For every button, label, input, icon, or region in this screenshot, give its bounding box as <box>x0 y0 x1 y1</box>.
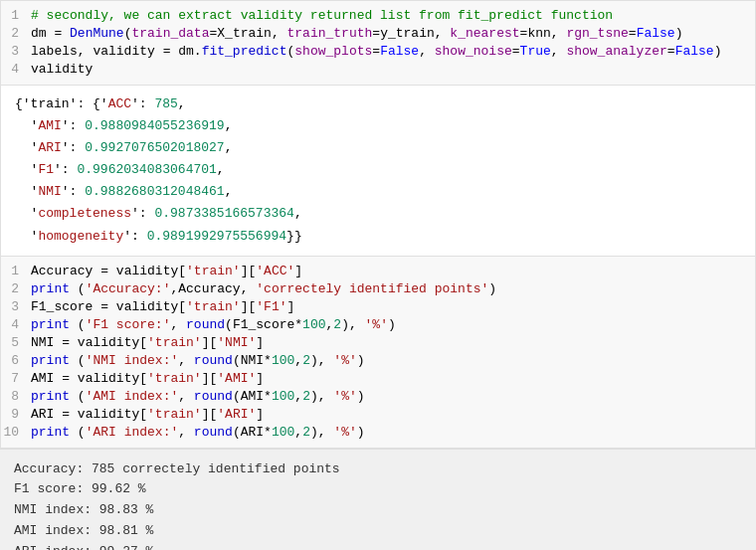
code-line-b2-3: 3 F1_score = validity['train']['F1'] <box>1 298 755 316</box>
line-num-b2-7: 7 <box>1 371 31 386</box>
line-content-b2-5: NMI = validity['train']['NMI'] <box>31 335 755 350</box>
code-line-4: 4 validity <box>1 61 755 79</box>
line-content-b2-6: print ('NMI index:', round(NMI*100,2), '… <box>31 353 755 368</box>
code-line-3: 3 labels, validity = dm.fit_predict(show… <box>1 43 755 61</box>
code-line-b2-1: 1 Accuracy = validity['train']['ACC'] <box>1 263 755 280</box>
line-num-b2-1: 1 <box>1 264 31 278</box>
code-line-b2-4: 4 print ('F1 score:', round(F1_score*100… <box>1 316 755 334</box>
line-num-b2-8: 8 <box>1 389 31 404</box>
code-block-1: 1 # secondly, we can extract validity re… <box>0 0 756 86</box>
line-content-b2-1: Accuracy = validity['train']['ACC'] <box>31 264 755 278</box>
line-content-b2-7: AMI = validity['train']['AMI'] <box>31 371 755 386</box>
line-num-1: 1 <box>1 8 31 23</box>
code-line-b2-5: 5 NMI = validity['train']['NMI'] <box>1 334 755 352</box>
line-content-b2-8: print ('AMI index:', round(AMI*100,2), '… <box>31 389 755 404</box>
json-output: {'train': {'ACC': 785, 'AMI': 0.98809840… <box>0 86 756 257</box>
code-line-2: 2 dm = DenMune(train_data=X_train, train… <box>1 25 755 43</box>
line-content-b2-2: print ('Accuracy:',Accuracy, 'correctely… <box>31 281 755 296</box>
line-num-b2-5: 5 <box>1 335 31 350</box>
code-line-1: 1 # secondly, we can extract validity re… <box>1 7 755 25</box>
line-num-b2-10: 10 <box>1 425 31 440</box>
line-content-b2-3: F1_score = validity['train']['F1'] <box>31 299 755 314</box>
line-content-3: labels, validity = dm.fit_predict(show_p… <box>31 44 755 59</box>
line-num-4: 4 <box>1 62 31 77</box>
line-num-2: 2 <box>1 26 31 41</box>
line-content-b2-9: ARI = validity['train']['ARI'] <box>31 407 755 422</box>
line-num-b2-9: 9 <box>1 407 31 422</box>
code-line-b2-10: 10 print ('ARI index:', round(ARI*100,2)… <box>1 424 755 442</box>
code-line-b2-9: 9 ARI = validity['train']['ARI'] <box>1 406 755 424</box>
code-line-b2-2: 2 print ('Accuracy:',Accuracy, 'correcte… <box>1 280 755 298</box>
line-content-4: validity <box>31 62 755 77</box>
line-num-b2-6: 6 <box>1 353 31 368</box>
code-line-b2-6: 6 print ('NMI index:', round(NMI*100,2),… <box>1 352 755 370</box>
line-content-b2-10: print ('ARI index:', round(ARI*100,2), '… <box>31 425 755 440</box>
code-block-2: 1 Accuracy = validity['train']['ACC'] 2 … <box>0 257 756 449</box>
line-content-b2-4: print ('F1 score:', round(F1_score*100,2… <box>31 317 755 332</box>
output-block: Accuracy: 785 correctely identified poin… <box>0 449 756 550</box>
code-line-b2-8: 8 print ('AMI index:', round(AMI*100,2),… <box>1 388 755 406</box>
code-line-b2-7: 7 AMI = validity['train']['AMI'] <box>1 370 755 388</box>
line-num-b2-2: 2 <box>1 281 31 296</box>
line-num-b2-4: 4 <box>1 317 31 332</box>
line-num-3: 3 <box>1 44 31 59</box>
line-content-1: # secondly, we can extract validity retu… <box>31 8 755 23</box>
line-num-b2-3: 3 <box>1 299 31 314</box>
line-content-2: dm = DenMune(train_data=X_train, train_t… <box>31 26 755 41</box>
